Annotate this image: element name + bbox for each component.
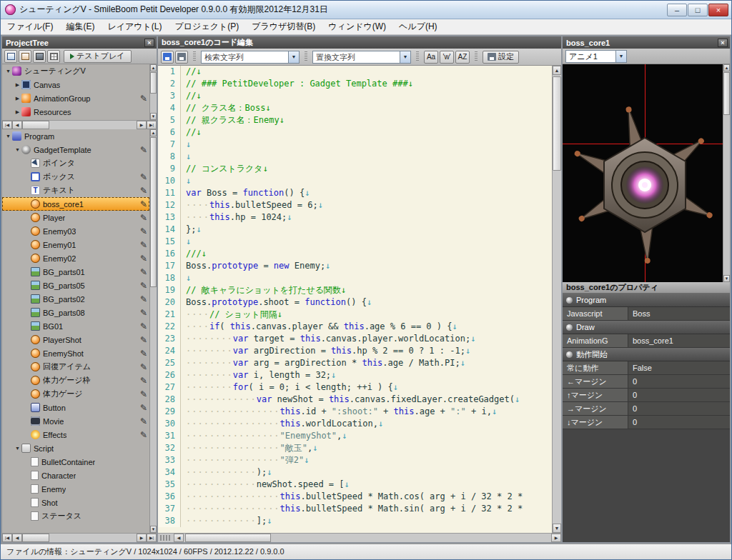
scroll-down-icon[interactable] — [150, 526, 157, 533]
edit-pencil-icon[interactable] — [140, 172, 147, 182]
edit-pencil-icon[interactable] — [140, 267, 147, 277]
menu-item[interactable]: ファイル(F) — [1, 19, 59, 34]
code-line[interactable]: 10↓ — [158, 175, 552, 187]
menu-item[interactable]: レイアウト(L) — [101, 19, 168, 34]
menu-item[interactable]: ウィンドウ(W) — [322, 19, 392, 34]
minimize-button[interactable]: – — [667, 4, 687, 16]
animation-select-value[interactable]: アニメ1 — [566, 51, 615, 62]
splitter-grip[interactable] — [160, 535, 172, 541]
tree-item-BG_parts08[interactable]: BG_parts08 — [2, 306, 149, 319]
hscroll-thumb[interactable] — [22, 121, 49, 129]
property-group-動作開始[interactable]: 動作開始 — [563, 348, 730, 361]
collapse-icon[interactable] — [14, 147, 21, 152]
hscroll-track[interactable] — [22, 534, 137, 542]
edit-pencil-icon[interactable] — [140, 240, 147, 250]
property-value[interactable]: False — [628, 361, 730, 374]
toolbar-grip[interactable] — [416, 51, 419, 62]
scrollbar-track[interactable] — [723, 71, 730, 275]
preview-scrollbar[interactable] — [723, 64, 730, 282]
maximize-button[interactable]: □ — [688, 4, 708, 16]
replace-combo[interactable]: 置換文字列 — [312, 51, 411, 64]
settings-button[interactable]: 設定 — [483, 51, 519, 64]
tree-item-BG_parts01[interactable]: BG_parts01 — [2, 265, 149, 279]
edit-pencil-icon[interactable] — [140, 213, 147, 223]
code-line[interactable]: 27········for( i = 0; i < length; ++i ) … — [158, 381, 552, 394]
tree-item-シューティングV[interactable]: シューティングV — [2, 64, 149, 78]
tree-item-Canvas[interactable]: Canvas — [2, 78, 149, 91]
tree-item-GadgetTemplate[interactable]: GadgetTemplate — [2, 143, 149, 156]
code-line[interactable]: 25········var arg = argDirection * this.… — [158, 357, 552, 369]
scrollbar-track[interactable] — [150, 136, 157, 526]
edit-pencil-icon[interactable] — [140, 254, 147, 264]
code-line[interactable]: 34············);↓ — [158, 466, 552, 479]
scrollbar-thumb[interactable] — [553, 76, 561, 171]
tree-item-体力ゲージ枠[interactable]: 体力ゲージ枠 — [2, 374, 149, 387]
new-window-button[interactable] — [4, 50, 17, 63]
close-panel-icon[interactable] — [718, 39, 728, 47]
code-line[interactable]: 38············];↓ — [158, 515, 552, 527]
code-line[interactable]: 22····if( this.canvas.player && this.age… — [158, 321, 552, 333]
tree-item-体力ゲージ[interactable]: 体力ゲージ — [2, 387, 149, 401]
tree-item-ステータス[interactable]: ステータス — [2, 509, 149, 523]
code-line[interactable]: 21····// ショット間隔↓ — [158, 309, 552, 321]
tree-item-BG_parts02[interactable]: BG_parts02 — [2, 292, 149, 306]
tree-item-Player[interactable]: Player — [2, 211, 149, 224]
tree-item-Enemy01[interactable]: Enemy01 — [2, 238, 149, 251]
edit-pencil-icon[interactable] — [140, 145, 147, 155]
scrollbar-thumb[interactable] — [723, 72, 730, 115]
close-button[interactable]: × — [708, 4, 728, 16]
code-line[interactable]: 4// クラス名：Boss↓ — [158, 102, 552, 114]
edit-pencil-icon[interactable] — [140, 226, 147, 236]
property-value[interactable]: Boss — [628, 307, 730, 320]
code-line[interactable]: 15↓ — [158, 236, 552, 248]
code-line[interactable]: 11var Boss = function() {↓ — [158, 187, 552, 199]
animation-dropdown-icon[interactable] — [615, 51, 626, 62]
edit-pencil-icon[interactable] — [140, 186, 147, 196]
code-line[interactable]: 35············newShot.speed = [↓ — [158, 479, 552, 491]
code-line[interactable]: 5// 親クラス名：Enemy↓ — [158, 114, 552, 126]
delete-button[interactable] — [33, 50, 46, 63]
code-line[interactable]: 14};↓ — [158, 224, 552, 236]
edit-pencil-icon[interactable] — [140, 294, 147, 304]
search-input[interactable]: 検索文字列 — [202, 51, 288, 63]
code-line[interactable]: 19// 敵キャラにショットを打たせる関数↓ — [158, 284, 552, 296]
collapse-icon[interactable] — [4, 69, 12, 74]
edit-pencil-icon[interactable] — [140, 321, 147, 331]
tree-item-Enemy02[interactable]: Enemy02 — [2, 251, 149, 265]
menu-item[interactable]: ブラウザ切替(B) — [245, 19, 322, 34]
tree-item-boss_core1[interactable]: boss_core1 — [2, 197, 149, 211]
code-line[interactable]: 23········var target = this.canvas.playe… — [158, 333, 552, 345]
code-line[interactable]: 26········var i, length = 32;↓ — [158, 369, 552, 381]
edit-pencil-icon[interactable] — [140, 199, 147, 209]
code-line[interactable]: 36················this.bulletSpeed * Mat… — [158, 491, 552, 503]
scroll-down-icon[interactable] — [553, 524, 561, 533]
scroll-home-icon[interactable] — [2, 121, 12, 129]
testplay-button[interactable]: テストプレイ — [64, 50, 132, 63]
code-line[interactable]: 2// ### PetitDeveloper : Gadget Template… — [158, 78, 552, 90]
scroll-down-icon[interactable] — [723, 275, 730, 282]
tree-item-AnimationGroup[interactable]: AnimationGroup — [2, 91, 149, 105]
edit-pencil-icon[interactable] — [140, 403, 147, 413]
tree-item-BulletContainer[interactable]: BulletContainer — [2, 455, 149, 469]
edit-pencil-icon[interactable] — [140, 389, 147, 399]
tree-item-Shot[interactable]: Shot — [2, 496, 149, 509]
editor-hscrollbar[interactable] — [158, 533, 561, 542]
property-group-Draw[interactable]: Draw — [563, 321, 730, 334]
code-line[interactable]: 17Boss.prototype = new Enemy;↓ — [158, 260, 552, 272]
expand-icon[interactable] — [14, 96, 21, 101]
regex-button[interactable]: AZ — [455, 51, 470, 64]
scrollbar-track[interactable] — [553, 75, 561, 524]
scroll-left-icon[interactable] — [12, 121, 22, 129]
toolbar-grip[interactable] — [305, 51, 307, 62]
edit-pencil-icon[interactable] — [140, 335, 147, 345]
editor-vscrollbar[interactable] — [552, 66, 561, 533]
code-line[interactable]: 32················"敵玉",↓ — [158, 442, 552, 454]
property-value[interactable]: 0 — [628, 389, 730, 401]
preview-viewport[interactable] — [563, 64, 723, 282]
code-line[interactable]: 37················this.bulletSpeed * Mat… — [158, 503, 552, 515]
scrollbar-thumb[interactable] — [185, 534, 271, 542]
code-line[interactable]: 13····this.hp = 1024;↓ — [158, 211, 552, 224]
program-tree-scrollbar[interactable] — [149, 129, 157, 533]
scrollbar-thumb[interactable] — [150, 137, 157, 287]
scroll-home-icon[interactable] — [2, 534, 12, 542]
